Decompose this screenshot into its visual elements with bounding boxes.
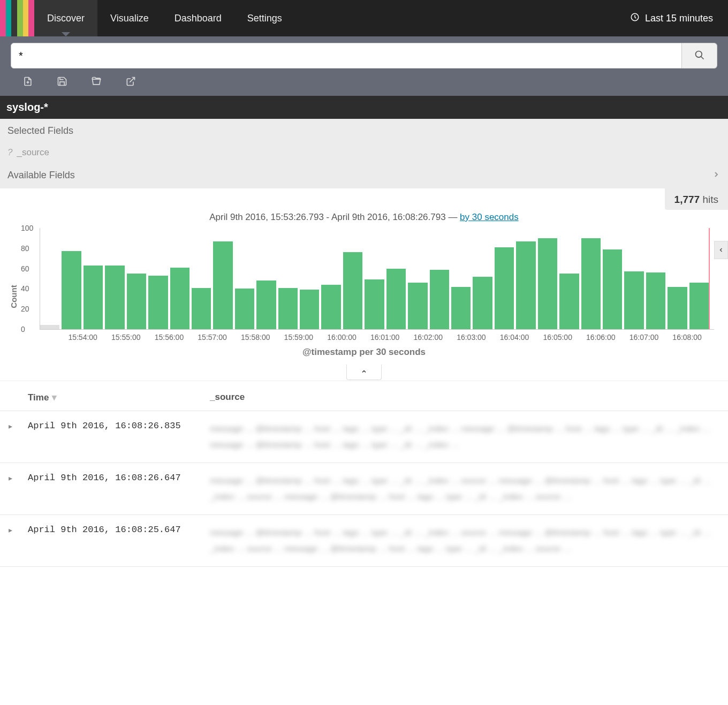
x-tick: 15:56:00 <box>148 333 191 342</box>
nav-settings[interactable]: Settings <box>234 0 295 36</box>
histogram-bar[interactable] <box>386 269 406 329</box>
available-fields-title: Available Fields <box>7 170 712 181</box>
nav-visualize[interactable]: Visualize <box>97 0 162 36</box>
histogram-bar[interactable] <box>235 289 254 329</box>
row-time: April 9th 2016, 16:08:25.647 <box>28 525 210 535</box>
histogram-bar[interactable] <box>300 290 319 329</box>
table-row: ▸April 9th 2016, 16:08:25.647message: ..… <box>0 515 728 567</box>
x-tick: 16:05:00 <box>536 333 579 342</box>
nav-dashboard[interactable]: Dashboard <box>162 0 234 36</box>
selected-fields-title: Selected Fields <box>0 119 728 143</box>
histogram-bar[interactable] <box>495 247 514 329</box>
field-name: _source <box>17 147 49 158</box>
logo[interactable] <box>0 0 34 36</box>
histogram-bar[interactable] <box>170 268 189 329</box>
histogram-bar[interactable] <box>365 279 384 329</box>
histogram-bar[interactable] <box>256 281 276 329</box>
hits-row: 1,777 hits <box>0 188 728 210</box>
histogram-bar[interactable] <box>624 271 643 329</box>
histogram-bar[interactable] <box>213 241 232 329</box>
x-tick: 16:01:00 <box>363 333 407 342</box>
column-source[interactable]: _source <box>210 392 719 403</box>
row-time: April 9th 2016, 16:08:26.835 <box>28 421 210 431</box>
x-tick: 16:06:00 <box>579 333 623 342</box>
share-button[interactable] <box>125 76 136 88</box>
row-source: message: ... @timestamp: ... host: ... t… <box>210 525 719 557</box>
save-search-button[interactable] <box>57 76 67 88</box>
time-picker[interactable]: Last 15 minutes <box>630 0 728 36</box>
histogram-bar[interactable] <box>538 238 557 329</box>
row-source: message: ... @timestamp: ... host: ... t… <box>210 473 719 505</box>
histogram-bar[interactable] <box>321 285 340 329</box>
histogram-bar[interactable] <box>343 252 362 329</box>
nav-discover[interactable]: Discover <box>34 0 97 36</box>
x-tick: 16:08:00 <box>665 333 709 342</box>
expand-row-button[interactable]: ▸ <box>9 473 28 482</box>
expand-fields-button[interactable] <box>712 170 721 180</box>
histogram-bar[interactable] <box>451 287 471 329</box>
open-search-button[interactable] <box>91 76 102 88</box>
hits-label: hits <box>702 194 718 205</box>
table-row: ▸April 9th 2016, 16:08:26.835message: ..… <box>0 411 728 463</box>
y-tick: 0 <box>21 325 25 333</box>
x-tick: 15:54:00 <box>61 333 104 342</box>
histogram-bar[interactable] <box>105 266 124 329</box>
histogram-bar[interactable] <box>84 266 103 329</box>
range-sep: - <box>324 212 331 222</box>
x-tick: 16:00:00 <box>320 333 363 342</box>
interval-link[interactable]: by 30 seconds <box>460 212 519 222</box>
sort-desc-icon: ▾ <box>52 392 57 403</box>
hits-badge: 1,777 hits <box>665 188 728 210</box>
row-source: message: ... @timestamp: ... host: ... t… <box>210 421 719 453</box>
x-tick: 16:07:00 <box>623 333 666 342</box>
doc-table: Time ▾ _source ▸April 9th 2016, 16:08:26… <box>0 381 728 567</box>
top-nav: Discover Visualize Dashboard Settings La… <box>0 0 728 36</box>
new-search-button[interactable] <box>22 76 33 88</box>
unknown-type-icon: ? <box>7 147 12 158</box>
expand-row-button[interactable]: ▸ <box>9 421 28 430</box>
histogram-bar[interactable] <box>668 287 687 329</box>
row-time: April 9th 2016, 16:08:26.647 <box>28 473 210 483</box>
histogram-bar[interactable] <box>148 276 168 329</box>
field-item-source[interactable]: ? _source <box>0 143 728 162</box>
table-header: Time ▾ _source <box>0 381 728 411</box>
histogram-bar[interactable] <box>40 325 59 329</box>
now-marker <box>709 228 710 329</box>
column-time-label: Time <box>28 392 49 403</box>
histogram-bar[interactable] <box>127 274 146 329</box>
search-input[interactable] <box>11 43 682 69</box>
y-tick: 40 <box>21 284 29 293</box>
histogram-bar[interactable] <box>516 241 535 329</box>
histogram-bar[interactable] <box>62 251 81 329</box>
x-tick: 16:02:00 <box>406 333 450 342</box>
histogram-chart[interactable]: Count 020406080100 15:54:0015:55:0015:56… <box>0 228 728 365</box>
expand-row-button[interactable]: ▸ <box>9 525 28 534</box>
histogram-bar[interactable] <box>278 288 298 329</box>
y-tick: 100 <box>21 224 33 232</box>
histogram-bar[interactable] <box>646 272 665 329</box>
collapse-chart-button[interactable] <box>346 365 382 380</box>
x-tick: 15:58:00 <box>234 333 277 342</box>
histogram-bar[interactable] <box>192 288 211 329</box>
histogram-bar[interactable] <box>473 277 492 329</box>
svg-point-1 <box>695 51 702 57</box>
column-time[interactable]: Time ▾ <box>28 392 210 403</box>
histogram-bar[interactable] <box>581 238 601 329</box>
index-pattern-header[interactable]: syslog-* <box>0 96 728 119</box>
x-tick: 15:55:00 <box>104 333 148 342</box>
histogram-bar[interactable] <box>430 270 449 330</box>
y-axis-label: Count <box>9 285 18 308</box>
range-from: April 9th 2016, 15:53:26.793 <box>209 212 324 222</box>
histogram-bar[interactable] <box>689 283 709 329</box>
search-area <box>0 36 728 96</box>
search-button[interactable] <box>682 43 717 69</box>
hits-count: 1,777 <box>674 194 700 205</box>
range-dash: — <box>446 212 460 222</box>
histogram-bar[interactable] <box>559 274 579 329</box>
chart-title: April 9th 2016, 15:53:26.793 - April 9th… <box>0 210 728 228</box>
fields-panel: Selected Fields ? _source Available Fiel… <box>0 119 728 188</box>
x-tick: 15:57:00 <box>191 333 234 342</box>
x-tick: 15:59:00 <box>277 333 321 342</box>
histogram-bar[interactable] <box>408 283 427 329</box>
histogram-bar[interactable] <box>603 249 622 329</box>
